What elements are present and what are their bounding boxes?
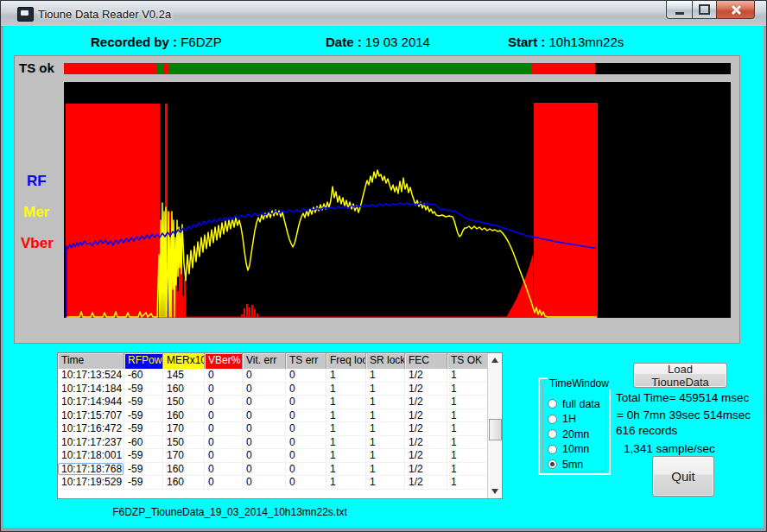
table-cell[interactable]: 1/2	[405, 409, 447, 423]
table-cell[interactable]: 1	[366, 449, 405, 463]
minimize-button[interactable]	[666, 1, 693, 19]
table-cell[interactable]: 1/2	[405, 476, 447, 490]
table-cell[interactable]: 10:17:18:768	[58, 463, 124, 477]
table-cell[interactable]: 1	[326, 383, 366, 396]
table-cell[interactable]: 1/2	[405, 369, 447, 383]
table-cell[interactable]: 150	[163, 436, 205, 450]
table-cell[interactable]: 1	[326, 436, 366, 450]
table-cell[interactable]: 0	[286, 369, 326, 383]
table-cell[interactable]: 1	[366, 476, 405, 490]
table-cell[interactable]: 0	[205, 436, 243, 450]
table-cell[interactable]: 1	[366, 396, 405, 409]
table-cell[interactable]: 0	[286, 396, 326, 409]
table-cell[interactable]: 1	[366, 436, 405, 450]
column-header[interactable]: TS err	[286, 353, 326, 369]
radio-icon[interactable]	[548, 445, 557, 454]
table-scrollbar[interactable]	[487, 353, 502, 498]
table-row[interactable]: 10:17:15:707-59160000111/21	[58, 409, 502, 423]
table-cell[interactable]: 1	[366, 369, 405, 383]
table-cell[interactable]: 1	[326, 409, 366, 423]
column-header[interactable]: Time	[58, 353, 124, 369]
scroll-up-button[interactable]	[488, 353, 502, 367]
column-header[interactable]: VBer%	[205, 353, 243, 369]
table-cell[interactable]: 1/2	[405, 436, 447, 450]
close-button[interactable]	[716, 1, 755, 19]
table-cell[interactable]: 145	[163, 369, 205, 383]
table-cell[interactable]: 160	[163, 409, 205, 423]
table-cell[interactable]: 10:17:18:001	[58, 449, 124, 463]
table-cell[interactable]: 0	[243, 449, 286, 463]
table-cell[interactable]: 1	[447, 449, 488, 463]
table-cell[interactable]: 0	[286, 383, 326, 396]
table-cell[interactable]: 1	[447, 369, 488, 383]
table-cell[interactable]: 1	[447, 422, 488, 436]
table-cell[interactable]: -59	[124, 383, 163, 396]
table-cell[interactable]: 10:17:13:524	[58, 369, 124, 383]
column-header[interactable]: TS OK	[447, 353, 488, 369]
column-header[interactable]: MERx10	[163, 353, 205, 369]
table-cell[interactable]: -60	[124, 369, 163, 383]
table-cell[interactable]: 0	[205, 476, 243, 490]
table-cell[interactable]: 0	[286, 422, 326, 436]
table-cell[interactable]: 0	[286, 449, 326, 463]
table-cell[interactable]: 0	[243, 422, 286, 436]
column-header[interactable]: Freq lock	[326, 353, 366, 369]
table-cell[interactable]: 0	[286, 476, 326, 490]
table-cell[interactable]: 1	[447, 476, 488, 490]
table-cell[interactable]: 1	[366, 422, 405, 436]
table-cell[interactable]: 0	[205, 369, 243, 383]
table-cell[interactable]: 1	[326, 476, 366, 490]
table-cell[interactable]: 0	[205, 422, 243, 436]
table-cell[interactable]: 10:17:16:472	[58, 422, 124, 436]
table-row[interactable]: 10:17:14:944-59150000111/21	[58, 396, 502, 409]
load-tiounedata-button[interactable]: Load TiouneData	[633, 363, 727, 388]
table-cell[interactable]: 1	[326, 369, 366, 383]
table-cell[interactable]: 1	[366, 463, 405, 477]
table-cell[interactable]: 1	[447, 463, 488, 477]
table-cell[interactable]: 1	[447, 383, 488, 396]
table-cell[interactable]: 10:17:14:944	[58, 396, 124, 409]
table-cell[interactable]: 0	[243, 396, 286, 409]
table-cell[interactable]: 1/2	[405, 463, 447, 477]
table-cell[interactable]: 10:17:17:237	[58, 436, 124, 450]
table-cell[interactable]: 0	[286, 409, 326, 423]
table-cell[interactable]: -60	[124, 436, 163, 450]
table-cell[interactable]: 10:17:15:707	[58, 409, 124, 423]
table-cell[interactable]: -59	[124, 409, 163, 423]
scrollbar-thumb[interactable]	[489, 419, 502, 440]
table-cell[interactable]: 1/2	[405, 396, 447, 409]
table-cell[interactable]: 1	[447, 396, 488, 409]
table-cell[interactable]: 0	[286, 463, 326, 477]
table-row[interactable]: 10:17:17:237-60150000111/21	[58, 436, 502, 450]
table-cell[interactable]: -59	[124, 476, 163, 490]
radio-option-full-data[interactable]: full data	[548, 396, 608, 412]
table-cell[interactable]: -59	[124, 396, 163, 409]
table-cell[interactable]: 10:17:19:529	[58, 476, 124, 490]
table-cell[interactable]: 0	[205, 449, 243, 463]
radio-icon[interactable]	[548, 429, 557, 439]
table-cell[interactable]: 1	[447, 409, 488, 423]
table-row[interactable]: 10:17:13:524-60145000111/21	[58, 369, 502, 383]
table-cell[interactable]: 1	[326, 449, 366, 463]
table-cell[interactable]: 0	[205, 463, 243, 477]
table-cell[interactable]: 1	[366, 383, 405, 396]
scroll-down-button[interactable]	[488, 484, 502, 498]
column-header[interactable]: RFPower	[124, 353, 163, 369]
table-cell[interactable]: 160	[163, 476, 205, 490]
radio-option-5mn[interactable]: 5mn	[548, 457, 608, 472]
table-row[interactable]: 10:17:18:001-59170000111/21	[58, 449, 502, 463]
column-header[interactable]: SR lock	[366, 353, 405, 369]
table-cell[interactable]: 0	[243, 436, 286, 450]
table-row[interactable]: 10:17:16:472-59170000111/21	[58, 422, 502, 436]
table-cell[interactable]: 1/2	[405, 422, 447, 436]
table-cell[interactable]: 170	[163, 449, 205, 463]
quit-button[interactable]: Quit	[652, 456, 714, 497]
table-cell[interactable]: 0	[243, 463, 286, 477]
maximize-button[interactable]	[693, 1, 716, 19]
table-row[interactable]: 10:17:19:529-59160000111/21	[58, 476, 502, 490]
table-row[interactable]: 10:17:14:184-59160000111/21	[58, 383, 502, 396]
table-cell[interactable]: 1	[447, 436, 488, 450]
table-cell[interactable]: 10:17:14:184	[58, 383, 124, 396]
radio-option-1H[interactable]: 1H	[548, 412, 608, 428]
table-cell[interactable]: -59	[124, 449, 163, 463]
